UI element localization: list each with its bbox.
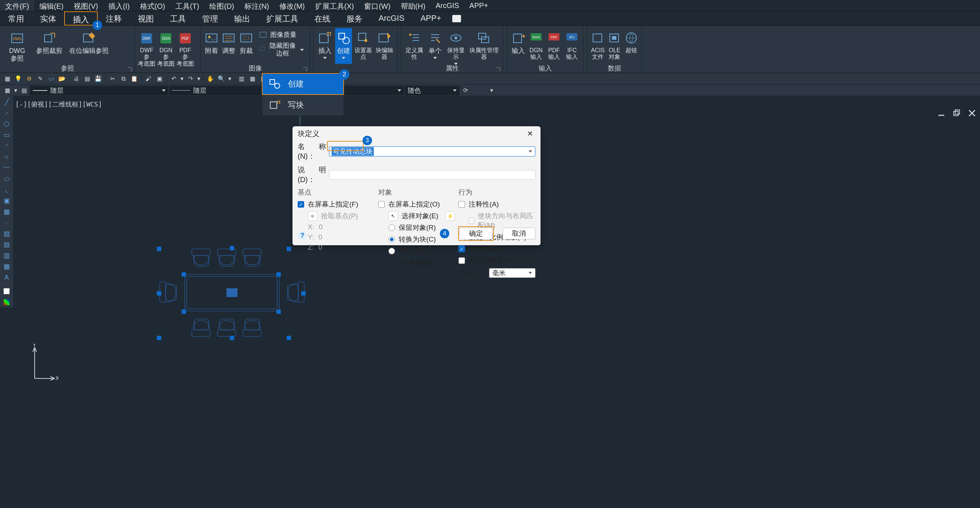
selection-grip[interactable] (181, 310, 186, 314)
tool-gradient-icon[interactable]: ▤ (1, 240, 12, 250)
selection-grip[interactable] (301, 291, 305, 296)
layer-caret[interactable]: ▾ (13, 86, 18, 95)
menu-edit[interactable]: 编辑(E) (34, 0, 69, 11)
tab-appplus[interactable]: APP+ (412, 11, 449, 26)
layer-ext2-icon[interactable]: ▾ (487, 86, 497, 95)
menu-ext[interactable]: 扩展工具(X) (310, 0, 359, 11)
qat-print-icon[interactable]: 🖨 (71, 74, 81, 83)
btn-dwf-ref[interactable]: DWFDWF 参 考底图 (138, 28, 156, 64)
select-objects-button[interactable]: ↖ (388, 211, 398, 221)
viewport-close-icon[interactable] (967, 109, 976, 118)
unit-combo[interactable]: 毫米 (489, 268, 535, 278)
btn-attach-image[interactable]: 附着 (204, 28, 220, 64)
block-name-combo[interactable]: 可见性动态块 (329, 146, 535, 157)
block-desc-input[interactable] (329, 170, 535, 180)
qat-new-icon[interactable]: ▦ (2, 74, 13, 83)
btn-insert-block[interactable]: 插入 (317, 28, 334, 64)
pick-base-button[interactable]: ⊕ (308, 211, 317, 221)
layer-lineweight-combo[interactable]: 随层 (169, 86, 271, 95)
btn-create-block[interactable]: 创建 (335, 28, 352, 64)
layer-grid-icon[interactable]: ▤ (19, 86, 29, 95)
tab-view[interactable]: 视图 (130, 11, 162, 26)
tab-solid[interactable]: 实体 (32, 11, 64, 26)
tool-mtext-icon[interactable]: A (1, 272, 12, 283)
tool-circle-icon[interactable]: ○ (1, 152, 12, 162)
menu-insert[interactable]: 插入(I) (103, 0, 135, 11)
tab-annotate[interactable]: 注释 (98, 11, 130, 26)
qat-layer2-icon[interactable]: ▦ (247, 74, 258, 83)
tab-tools[interactable]: 工具 (162, 11, 194, 26)
checkbox-annotative[interactable] (458, 201, 465, 208)
checkbox-onscreen-base[interactable] (298, 201, 304, 208)
btn-dgn-import[interactable]: DGNDGN 输入 (528, 28, 544, 64)
btn-ole[interactable]: OLE 对象 (607, 28, 622, 64)
panel-expand-icon[interactable] (127, 66, 132, 71)
tab-home[interactable]: 常用 (0, 11, 32, 26)
qat-block-icon[interactable]: ▣ (154, 74, 164, 83)
qat-layer1-icon[interactable]: ▥ (236, 74, 247, 83)
qat-paste-icon[interactable]: 📋 (129, 74, 139, 83)
qat-palette-icon[interactable]: ▭ (46, 74, 56, 83)
tool-polygon-icon[interactable]: ⬠ (1, 119, 12, 129)
tab-online[interactable]: 在线 (306, 11, 339, 26)
btn-adjust-image[interactable]: 调整 (221, 28, 237, 64)
btn-block-editor[interactable]: 块编辑器 (375, 28, 394, 64)
dropdown-item-create[interactable]: 创建 (262, 73, 344, 94)
selection-grip[interactable] (277, 272, 281, 276)
btn-hide-frame[interactable]: 隐藏图像边框 (256, 41, 307, 58)
btn-hyperlink[interactable]: 超链 (624, 28, 639, 64)
btn-attr-manager[interactable]: 块属性管理器 (468, 28, 500, 64)
viewport-restore-icon[interactable] (952, 109, 961, 118)
menu-dim[interactable]: 标注(N) (239, 0, 274, 11)
btn-ifc-import[interactable]: IFCIFC 输入 (564, 28, 580, 64)
menu-view[interactable]: 视图(V) (68, 0, 103, 11)
btn-acis[interactable]: ACIS 文件 (590, 28, 605, 64)
btn-single-attr[interactable]: 单个 (426, 28, 444, 64)
appplus-icon[interactable] (449, 11, 464, 26)
qat-zoom-caret[interactable]: ▾ (227, 74, 232, 83)
cancel-button[interactable]: 取消 (503, 228, 535, 240)
tab-insert[interactable]: 插入 1 (64, 11, 98, 26)
menu-file[interactable]: 文件(F) (0, 0, 34, 11)
menu-tools[interactable]: 工具(T) (170, 0, 205, 11)
tab-arcgis[interactable]: ArcGIS (371, 11, 412, 26)
selection-grip[interactable] (157, 336, 161, 340)
tool-region-icon[interactable]: ▥ (1, 250, 12, 260)
qat-bulb-icon[interactable]: 💡 (13, 74, 23, 83)
qat-preview-icon[interactable]: ▤ (82, 74, 92, 83)
tool-ellarc-icon[interactable]: ◟ (1, 185, 12, 195)
checkbox-allow-explode[interactable] (458, 246, 465, 252)
btn-dwg-ref[interactable]: DWGDWG 参照 (3, 28, 31, 64)
tool-insert-icon[interactable]: ▣ (1, 196, 12, 206)
dropdown-item-wblock[interactable]: 写块 (262, 94, 344, 116)
tab-ext[interactable]: 扩展工具 (258, 11, 306, 26)
qat-zoom-icon[interactable]: 🔍 (216, 74, 226, 83)
panel-expand-icon[interactable] (302, 66, 307, 71)
btn-import[interactable]: 输入 (510, 28, 526, 64)
selection-grip[interactable] (277, 310, 281, 314)
ok-button[interactable]: 确定 (460, 228, 492, 240)
layer-linetype-combo[interactable]: 随层 (30, 86, 169, 95)
checkbox-open-editor[interactable] (458, 257, 465, 264)
tool-block-icon[interactable]: ▦ (1, 206, 12, 217)
layer-ext1-icon[interactable]: ⟳ (460, 86, 471, 95)
qat-redo-caret[interactable]: ▾ (196, 74, 201, 83)
btn-set-base[interactable]: 设置基点 (353, 28, 373, 64)
btn-keep-display[interactable]: 保持显示 (446, 28, 466, 64)
btn-pdf-import[interactable]: PDFPDF 输入 (546, 28, 562, 64)
btn-clip-image[interactable]: 剪裁 (238, 28, 254, 64)
radio-delete[interactable] (388, 248, 395, 254)
selection-grip[interactable] (287, 247, 291, 251)
tab-service[interactable]: 服务 (339, 11, 371, 26)
menu-arcgis[interactable]: ArcGIS (430, 0, 464, 11)
menu-draw[interactable]: 绘图(D) (204, 0, 239, 11)
layer-plot-combo[interactable]: 随色 (405, 86, 460, 95)
selection-grip[interactable] (230, 336, 234, 340)
quickselect-button[interactable]: ⚡ (445, 211, 455, 221)
tab-output[interactable]: 输出 (226, 11, 258, 26)
viewport-minimize-icon[interactable] (937, 109, 946, 118)
qat-match-icon[interactable]: 🖌 (143, 74, 154, 83)
qat-redo-icon[interactable]: ↷ (185, 74, 196, 83)
qat-undo-icon[interactable]: ↶ (169, 74, 179, 83)
tool-rect-icon[interactable]: ▭ (1, 130, 12, 140)
